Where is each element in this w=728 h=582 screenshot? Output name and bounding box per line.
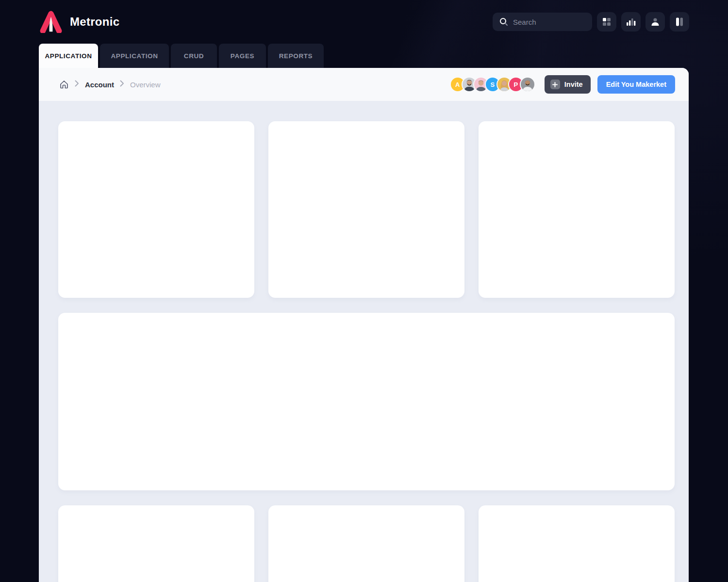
toolbar: A S	[450, 75, 675, 94]
edit-you-makerket-button[interactable]: Edit You Makerket	[597, 75, 675, 94]
breadcrumb: Account Overview	[59, 80, 161, 89]
header-controls	[493, 12, 689, 32]
invite-button[interactable]: Invite	[545, 75, 591, 94]
tab-pages[interactable]: PAGES	[219, 44, 266, 68]
avatar-group: A S	[450, 77, 535, 92]
plus-icon	[550, 80, 560, 89]
tab-application-1[interactable]: APPLICATION	[39, 44, 98, 68]
empty-card	[479, 121, 675, 298]
breadcrumb-toolbar: Account Overview A	[39, 68, 689, 101]
breadcrumb-overview: Overview	[130, 81, 161, 89]
layout-columns-button[interactable]	[670, 12, 689, 32]
breadcrumb-account[interactable]: Account	[85, 81, 114, 89]
tab-application-2[interactable]: APPLICATION	[100, 44, 169, 68]
content-panel: Account Overview A	[39, 68, 689, 582]
empty-card	[268, 121, 464, 298]
apps-grid-icon	[602, 17, 612, 27]
home-icon[interactable]	[59, 80, 69, 89]
chevron-right-icon	[120, 80, 124, 89]
empty-card	[479, 505, 675, 582]
search-input[interactable]	[513, 18, 581, 26]
tab-reports[interactable]: REPORTS	[268, 44, 324, 68]
user-button[interactable]	[645, 12, 665, 32]
card-row-3	[58, 505, 675, 582]
brand: Metronic	[39, 11, 119, 33]
main-content	[39, 101, 689, 582]
empty-card	[58, 505, 254, 582]
tab-crud[interactable]: CRUD	[171, 44, 217, 68]
user-icon	[650, 16, 661, 27]
empty-card	[58, 121, 254, 298]
empty-card	[268, 505, 464, 582]
search-box[interactable]	[493, 13, 592, 31]
metronic-logo-icon	[39, 11, 63, 33]
apps-grid-button[interactable]	[597, 12, 616, 32]
app-header: Metronic	[0, 0, 728, 44]
chevron-right-icon	[75, 80, 79, 89]
search-icon	[499, 17, 508, 26]
avatar-photo-man-gray[interactable]	[520, 77, 535, 92]
layout-columns-icon	[675, 16, 684, 27]
bar-chart-icon	[626, 16, 636, 27]
empty-card-wide	[58, 313, 675, 490]
card-row-2	[58, 313, 675, 490]
brand-name: Metronic	[70, 15, 119, 29]
invite-label: Invite	[564, 81, 583, 88]
card-row-1	[58, 121, 675, 298]
main-tabs: APPLICATION APPLICATION CRUD PAGES REPOR…	[0, 44, 728, 68]
bar-chart-button[interactable]	[621, 12, 641, 32]
